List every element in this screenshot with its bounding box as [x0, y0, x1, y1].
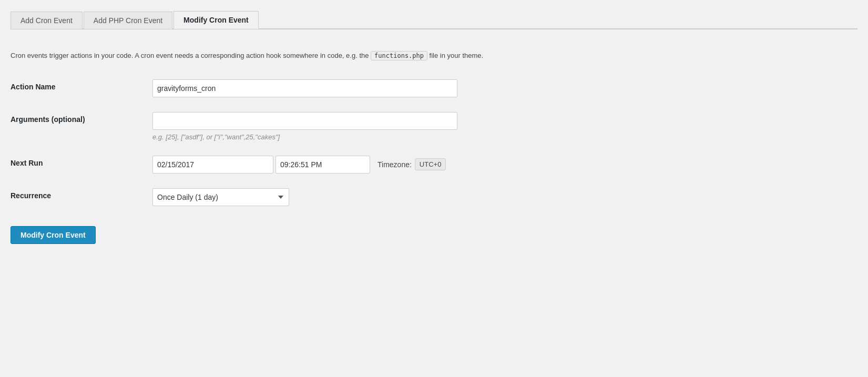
- tab-modify-cron-event[interactable]: Modify Cron Event: [173, 11, 259, 29]
- page-container: Add Cron Event Add PHP Cron Event Modify…: [0, 0, 868, 377]
- next-run-date-input[interactable]: [152, 156, 273, 174]
- modify-cron-event-button[interactable]: Modify Cron Event: [11, 226, 96, 244]
- arguments-label: Arguments (optional): [11, 112, 152, 124]
- recurrence-select[interactable]: Once Daily (1 day) Twice Daily (12 hours…: [152, 188, 289, 206]
- content-area: Cron events trigger actions in your code…: [11, 40, 857, 264]
- arguments-input[interactable]: [152, 112, 457, 130]
- tab-add-php-cron-event[interactable]: Add PHP Cron Event: [84, 12, 172, 29]
- next-run-row: Next Run Timezone: UTC+0: [11, 156, 857, 174]
- action-name-label: Action Name: [11, 79, 152, 91]
- action-name-row: Action Name: [11, 79, 857, 97]
- tab-add-cron-event[interactable]: Add Cron Event: [11, 12, 83, 29]
- recurrence-label: Recurrence: [11, 188, 152, 200]
- recurrence-field: Once Daily (1 day) Twice Daily (12 hours…: [152, 188, 857, 206]
- next-run-time-input[interactable]: [275, 156, 370, 174]
- description-text: Cron events trigger actions in your code…: [11, 50, 857, 62]
- tab-divider: [11, 29, 857, 29]
- arguments-field: e.g. [25], ["asdf"], or ["i","want",25,"…: [152, 112, 857, 141]
- tabs-container: Add Cron Event Add PHP Cron Event Modify…: [11, 11, 857, 29]
- action-name-input[interactable]: [152, 79, 457, 97]
- recurrence-row: Recurrence Once Daily (1 day) Twice Dail…: [11, 188, 857, 206]
- next-run-fields: Timezone: UTC+0: [152, 156, 857, 174]
- next-run-label: Next Run: [11, 156, 152, 167]
- arguments-row: Arguments (optional) e.g. [25], ["asdf"]…: [11, 112, 857, 141]
- arguments-hint: e.g. [25], ["asdf"], or ["i","want",25,"…: [152, 133, 857, 141]
- timezone-label: Timezone:: [377, 160, 412, 169]
- form-container: Action Name Arguments (optional) e.g. [2…: [11, 74, 857, 264]
- code-snippet: functions.php: [371, 51, 427, 60]
- submit-row: Modify Cron Event: [11, 221, 857, 244]
- timezone-badge: UTC+0: [415, 158, 446, 170]
- action-name-field: [152, 79, 857, 97]
- next-run-field: Timezone: UTC+0: [152, 156, 857, 174]
